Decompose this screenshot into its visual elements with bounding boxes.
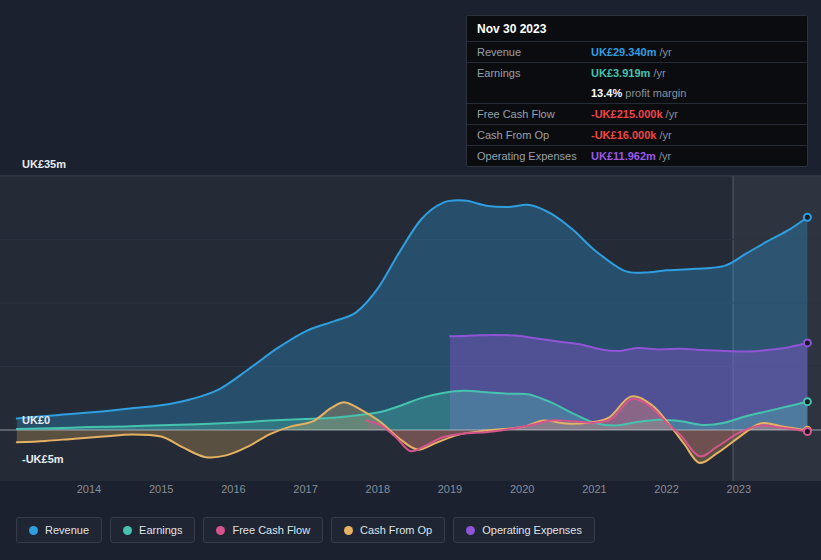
earnings-dot-icon	[123, 526, 132, 535]
free-cash-flow-dot-icon	[216, 526, 225, 535]
legend-item-earnings[interactable]: Earnings	[110, 517, 195, 543]
tooltip-row-free-cash-flow: Free Cash Flow -UK£215.000k /yr	[467, 103, 807, 124]
y-axis-max-label: UK£35m	[22, 158, 66, 170]
tooltip-suffix-free-cash-flow: /yr	[663, 108, 678, 120]
x-axis-year-label: 2017	[293, 483, 317, 495]
tooltip-suffix-revenue: /yr	[656, 46, 671, 58]
tooltip-row-profit-margin: 13.4% profit margin	[467, 83, 807, 103]
x-axis-year-label: 2023	[727, 483, 751, 495]
cash-from-op-dot-icon	[344, 526, 353, 535]
tooltip-value-profit-margin: 13.4%	[591, 87, 622, 99]
tooltip-value-cash-from-op: -UK£16.000k	[591, 129, 656, 141]
x-axis-year-label: 2014	[77, 483, 101, 495]
tooltip-value-operating-expenses: UK£11.962m	[591, 150, 656, 162]
legend-label: Free Cash Flow	[232, 524, 310, 536]
operating-expenses-end-marker	[804, 339, 811, 346]
tooltip-row-operating-expenses: Operating Expenses UK£11.962m /yr	[467, 145, 807, 166]
x-axis-year-label: 2018	[366, 483, 390, 495]
tooltip-date: Nov 30 2023	[467, 16, 807, 42]
earnings-end-marker	[804, 398, 811, 405]
tooltip-row-cash-from-op: Cash From Op -UK£16.000k /yr	[467, 124, 807, 145]
tooltip-suffix-cash-from-op: /yr	[656, 129, 671, 141]
x-axis-year-label: 2019	[438, 483, 462, 495]
free-cash-flow-end-marker	[804, 428, 811, 435]
x-axis-year-label: 2022	[654, 483, 678, 495]
operating-expenses-dot-icon	[466, 526, 475, 535]
y-axis-negative-label: -UK£5m	[22, 453, 64, 465]
x-axis-year-label: 2016	[221, 483, 245, 495]
legend-item-free-cash-flow[interactable]: Free Cash Flow	[203, 517, 323, 543]
financial-history-panel: UK£35mUK£0-UK£5m201420152016201720182019…	[0, 0, 821, 560]
revenue-dot-icon	[29, 526, 38, 535]
chart-legend: RevenueEarningsFree Cash FlowCash From O…	[16, 517, 595, 543]
legend-item-revenue[interactable]: Revenue	[16, 517, 102, 543]
tooltip-value-earnings: UK£3.919m	[591, 67, 650, 79]
x-axis-year-label: 2021	[582, 483, 606, 495]
chart-tooltip: Nov 30 2023 Revenue UK£29.340m /yr Earni…	[466, 15, 808, 167]
tooltip-label-free-cash-flow: Free Cash Flow	[477, 108, 591, 120]
legend-item-operating-expenses[interactable]: Operating Expenses	[453, 517, 595, 543]
tooltip-label-cash-from-op: Cash From Op	[477, 129, 591, 141]
tooltip-label-earnings: Earnings	[477, 67, 591, 79]
tooltip-suffix-operating-expenses: /yr	[656, 150, 671, 162]
legend-item-cash-from-op[interactable]: Cash From Op	[331, 517, 445, 543]
x-axis-year-label: 2020	[510, 483, 534, 495]
tooltip-label-operating-expenses: Operating Expenses	[477, 150, 591, 162]
legend-label: Operating Expenses	[482, 524, 582, 536]
legend-label: Revenue	[45, 524, 89, 536]
tooltip-value-free-cash-flow: -UK£215.000k	[591, 108, 663, 120]
tooltip-suffix-earnings: /yr	[650, 67, 665, 79]
x-axis-year-label: 2015	[149, 483, 173, 495]
legend-label: Earnings	[139, 524, 182, 536]
legend-label: Cash From Op	[360, 524, 432, 536]
revenue-end-marker	[804, 214, 811, 221]
tooltip-suffix-profit-margin: profit margin	[622, 87, 686, 99]
tooltip-label-revenue: Revenue	[477, 46, 591, 58]
tooltip-row-earnings: Earnings UK£3.919m /yr	[467, 62, 807, 83]
y-axis-zero-label: UK£0	[22, 414, 50, 426]
tooltip-row-revenue: Revenue UK£29.340m /yr	[467, 42, 807, 62]
tooltip-value-revenue: UK£29.340m	[591, 46, 656, 58]
